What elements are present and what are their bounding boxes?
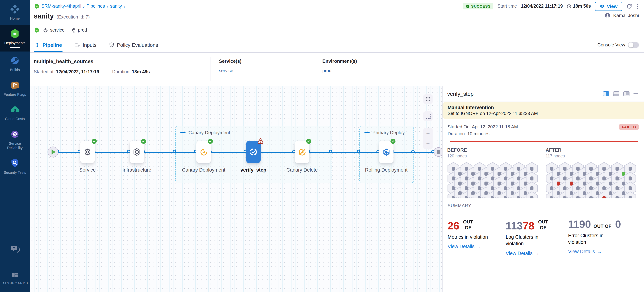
sidebar-item-cloud-costs[interactable]: $ Cloud Costs: [0, 100, 30, 125]
user-name: Kamal Joshi: [613, 13, 639, 18]
sidebar-item-builds[interactable]: Builds: [0, 51, 30, 76]
minimize-panel-icon[interactable]: [634, 93, 638, 94]
layout-split-view-icon[interactable]: [603, 91, 609, 96]
before-count: 120 nodes: [447, 154, 546, 158]
svg-text:$: $: [14, 108, 16, 113]
zoom-in-button[interactable]: +: [423, 128, 433, 139]
view-button[interactable]: View: [595, 2, 622, 11]
more-options-icon[interactable]: [636, 3, 639, 9]
deployments-harness-icon: ∞: [10, 28, 20, 39]
service-link[interactable]: service: [219, 68, 314, 73]
started-at-label: Started at:: [34, 69, 55, 74]
out-of-label: OUT OF: [537, 219, 549, 231]
hex-node-normal[interactable]: [624, 191, 636, 198]
node-infrastructure[interactable]: [130, 141, 144, 163]
stat-value: 1190: [568, 218, 591, 230]
sidebar-item-deployments[interactable]: ∞ Deployments: [0, 24, 30, 51]
service-chip-label: service: [50, 27, 64, 33]
step-meta: Started On: Apr 12, 2022 11:18 AM Durati…: [442, 119, 644, 143]
summary-label: SUMMARY: [442, 203, 644, 208]
layout-bottom-view-icon[interactable]: [613, 91, 619, 96]
start-node[interactable]: [48, 147, 58, 157]
user-menu[interactable]: Kamal Joshi: [604, 12, 639, 18]
out-of-label: OUT OF: [594, 224, 611, 229]
sidebar-item-dashboards[interactable]: DASHBOARDS: [0, 267, 30, 289]
execution-id: (Execution Id: 7): [57, 14, 90, 19]
view-details-link[interactable]: View Details→: [448, 244, 481, 249]
svg-text:?: ?: [13, 246, 15, 250]
breadcrumb-row: ∞ SRM-sanity-4thapril › Pipelines › sani…: [34, 0, 639, 12]
end-node[interactable]: [434, 147, 442, 157]
panel-title: verify_step: [447, 91, 474, 97]
collapse-group-icon[interactable]: [364, 132, 370, 133]
clock-icon: [567, 4, 572, 8]
tab-inputs[interactable]: Inputs: [74, 37, 97, 52]
fullscreen-button[interactable]: [423, 94, 433, 104]
node-canary-deployment[interactable]: [196, 141, 211, 163]
start-time-value: 12/04/2022 11:17:19: [521, 4, 563, 9]
marquee-select-button[interactable]: [423, 111, 433, 121]
chips-row: ∞ service: [34, 23, 639, 37]
success-badge-icon: [141, 139, 146, 144]
breadcrumb-pipeline-name[interactable]: sanity: [110, 4, 122, 9]
collapse-group-icon[interactable]: [180, 132, 186, 133]
stat-label: Metrics in violation: [448, 234, 500, 241]
services-column: Service(s) service: [211, 56, 314, 82]
stat-value: 26: [448, 220, 460, 232]
zoom-out-button[interactable]: −: [423, 139, 433, 149]
refresh-icon[interactable]: [626, 3, 632, 9]
environment-chip-label: prod: [78, 27, 87, 33]
canary-delete-icon: [298, 147, 306, 157]
stat-total: 0: [615, 218, 621, 230]
failed-badge: FAILED: [618, 124, 639, 130]
node-service[interactable]: [80, 141, 95, 163]
failed-progress-bar: [450, 141, 638, 142]
node-rolling-deployment[interactable]: [379, 141, 394, 163]
console-view-toggle[interactable]: [628, 42, 639, 48]
breadcrumb-separator: ›: [124, 3, 126, 9]
step-duration: Duration: 10 minutes: [448, 131, 639, 137]
builds-icon: [10, 55, 20, 66]
step-details-panel: verify_step Manual Intervention Set to I…: [442, 86, 644, 292]
sidebar-item-service-reliability[interactable]: Service Reliability: [0, 125, 30, 154]
infrastructure-icon: [132, 148, 141, 156]
breadcrumb-pipelines[interactable]: Pipelines: [86, 4, 105, 9]
environment-chip[interactable]: prod: [71, 27, 87, 33]
tab-pipeline[interactable]: Pipeline: [34, 37, 62, 52]
sidebar-item-home[interactable]: Home: [0, 0, 30, 24]
view-details-link[interactable]: View Details→: [568, 249, 602, 255]
tab-policy-evaluations[interactable]: Policy Evaluations: [108, 37, 159, 52]
sidebar-item-label: Feature Flags: [4, 92, 26, 97]
connector-port: [357, 150, 360, 153]
layout-floating-view-icon[interactable]: [623, 91, 630, 96]
sidebar-item-security-tests[interactable]: Security Tests: [0, 154, 30, 178]
verify-step-icon: [249, 147, 258, 157]
fullscreen-icon: [426, 96, 430, 102]
before-column: BEFORE 120 nodes: [447, 147, 546, 198]
view-details-link[interactable]: View Details→: [506, 251, 539, 256]
environments-label: Environment(s): [322, 58, 418, 64]
hex-node-normal[interactable]: [526, 191, 538, 198]
console-view-wrap: Console View: [598, 42, 639, 48]
avatar-icon: [604, 12, 610, 18]
tabs-row: Pipeline Inputs Policy Evaluations Conso…: [30, 37, 644, 53]
sidebar-item-feature-flags[interactable]: Feature Flags: [0, 76, 30, 100]
sidebar-item-help[interactable]: ?: [0, 240, 30, 258]
home-icon: [10, 4, 20, 14]
gear-icon: [43, 27, 48, 33]
breadcrumb: ∞ SRM-sanity-4thapril › Pipelines › sani…: [34, 3, 125, 9]
cloud-costs-icon: $: [10, 104, 20, 115]
node-verify-step[interactable]: [246, 141, 261, 163]
canary-deployment-icon: [199, 147, 208, 157]
help-chat-icon: ?: [10, 243, 20, 254]
environment-link[interactable]: prod: [322, 68, 418, 73]
node-canary-delete[interactable]: [295, 141, 309, 163]
after-count: 117 nodes: [546, 154, 644, 158]
banner-text: Set to IGNORE on 12-Apr-2022 11:35:33 AM: [448, 111, 639, 116]
breadcrumb-project[interactable]: SRM-sanity-4thapril: [42, 4, 81, 9]
service-chip[interactable]: service: [43, 27, 64, 33]
start-time-label: Start time: [498, 4, 517, 9]
pipeline-canvas[interactable]: Canary Deployment Primary Deploy...: [30, 86, 442, 292]
connector-port: [329, 150, 332, 153]
status-text: SUCCESS: [471, 4, 490, 8]
